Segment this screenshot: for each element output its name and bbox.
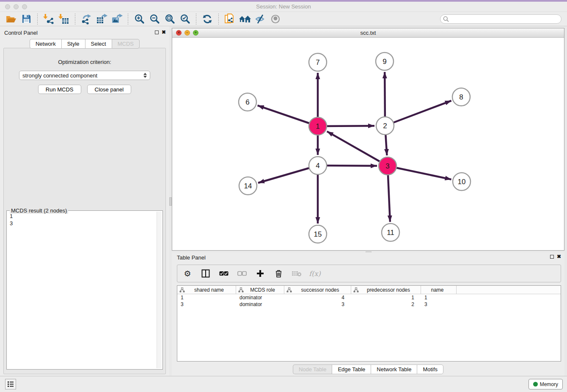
zoom-in-icon <box>134 14 145 24</box>
tab-network-table[interactable]: Network Table <box>371 364 417 374</box>
network-canvas[interactable]: 7968124310141511 <box>172 38 564 250</box>
tab-edge-table[interactable]: Edge Table <box>332 364 371 374</box>
unchecked-boxes-icon <box>237 271 247 276</box>
save-icon <box>22 14 31 24</box>
graph-node-label: 10 <box>458 178 466 186</box>
columns-icon <box>201 269 210 278</box>
zoom-window-button[interactable] <box>22 4 27 9</box>
minimize-window-button[interactable] <box>14 4 19 9</box>
export-network-button[interactable] <box>79 13 94 25</box>
search-input[interactable] <box>440 14 561 24</box>
table-row[interactable]: 3dominator323 <box>177 301 561 308</box>
column-header-predecessor-nodes[interactable]: predecessor nodes <box>351 286 421 294</box>
control-panel-tabs: NetworkStyleSelectMCDS <box>0 39 169 49</box>
import-network-button[interactable] <box>41 13 56 25</box>
table-cell: 1 <box>177 294 236 301</box>
create-column-button[interactable] <box>255 268 265 279</box>
table-cell: 4 <box>284 294 351 301</box>
tab-select[interactable]: Select <box>85 39 112 49</box>
close-panel-icon[interactable]: ✖ <box>162 30 166 35</box>
import-table-button[interactable] <box>56 13 72 25</box>
network-maximize-button[interactable]: + <box>193 30 198 36</box>
save-session-button[interactable] <box>19 13 34 25</box>
export-table-icon <box>96 14 107 25</box>
column-header-successor-nodes[interactable]: successor nodes <box>284 286 351 294</box>
graph-edge-3-10[interactable] <box>388 166 451 179</box>
control-panel: Control Panel ✖ NetworkStyleSelectMCDS O… <box>0 26 169 376</box>
search-field-wrap <box>440 14 561 24</box>
network-close-button[interactable]: ✕ <box>176 30 182 36</box>
show-graphics-details-button[interactable] <box>268 13 283 25</box>
run-mcds-button[interactable]: Run MCDS <box>38 85 81 94</box>
first-neighbors-button[interactable] <box>237 13 253 25</box>
zoom-fit-button[interactable] <box>162 13 177 25</box>
deselect-all-button[interactable] <box>237 268 247 279</box>
function-builder-button[interactable]: f(x) <box>310 268 320 279</box>
import-table-icon <box>58 14 69 25</box>
window-title: Session: New Session <box>0 2 567 12</box>
optimization-criterion-select[interactable]: strongly connected component <box>19 71 150 80</box>
table-settings-button[interactable]: ⚙ <box>182 268 193 279</box>
close-table-panel-icon[interactable]: ✖ <box>557 254 561 259</box>
table-toolbar: ⚙ <box>177 265 561 282</box>
zoom-selected-button[interactable] <box>177 13 193 25</box>
zoom-selected-icon <box>180 14 190 24</box>
tab-style[interactable]: Style <box>61 39 85 49</box>
toolbar-separator <box>37 14 38 25</box>
memory-button[interactable]: Memory <box>528 379 563 389</box>
apply-layout-button[interactable] <box>200 13 215 25</box>
duplicate-network-icon <box>224 13 235 25</box>
duplicate-network-button[interactable] <box>222 13 237 25</box>
network-window-titlebar[interactable]: ✕ − + scc.txt <box>172 28 564 38</box>
column-header-name[interactable]: name <box>421 286 457 294</box>
task-history-button[interactable] <box>5 379 16 389</box>
graph-node-label: 11 <box>387 229 394 237</box>
tab-mcds[interactable]: MCDS <box>112 39 140 49</box>
mcds-result-list[interactable]: 1 3 <box>8 212 156 368</box>
table-cell: 1 <box>421 294 457 301</box>
toolbar-separator <box>75 14 75 25</box>
select-all-button[interactable] <box>219 268 229 279</box>
column-header-mcds-role[interactable]: MCDS role <box>236 286 284 294</box>
search-icon <box>443 16 449 22</box>
float-panel-icon[interactable] <box>155 30 159 34</box>
zoom-out-button[interactable] <box>147 13 162 25</box>
graph-node-label: 15 <box>314 230 322 238</box>
main-toolbar <box>0 12 567 26</box>
table-cell: 3 <box>421 301 457 308</box>
column-header-shared-name[interactable]: shared name <box>177 286 236 294</box>
show-columns-button[interactable] <box>201 268 211 279</box>
graph-edge-3-1[interactable] <box>327 131 388 166</box>
tab-motifs[interactable]: Motifs <box>417 364 443 374</box>
delete-table-button[interactable] <box>292 268 302 279</box>
table-row[interactable]: 1dominator411 <box>177 294 561 301</box>
table-cell: dominator <box>236 301 284 308</box>
memory-label: Memory <box>540 381 558 387</box>
graph-edge-1-6[interactable] <box>258 105 318 126</box>
close-panel-button[interactable]: Close panel <box>87 85 132 94</box>
graph-node-label: 4 <box>316 162 319 170</box>
refresh-icon <box>202 14 212 24</box>
delete-table-icon <box>292 270 302 277</box>
zoom-in-button[interactable] <box>132 13 147 25</box>
export-image-button[interactable] <box>109 13 124 25</box>
mcds-panel: Optimization criterion: strongly connect… <box>3 48 166 374</box>
hide-graphics-details-button[interactable] <box>253 13 268 25</box>
close-window-button[interactable] <box>5 4 10 9</box>
toolbar-separator <box>196 14 196 25</box>
tab-node-table[interactable]: Node Table <box>293 364 332 374</box>
toolbar-separator <box>128 14 128 25</box>
float-table-panel-icon[interactable] <box>550 255 554 259</box>
table-panel-title: Table Panel <box>177 254 206 261</box>
delete-column-button[interactable] <box>273 268 284 279</box>
network-minimize-button[interactable]: − <box>184 30 190 36</box>
graph-edge-2-8[interactable] <box>385 101 451 126</box>
tab-network[interactable]: Network <box>30 39 61 49</box>
status-bar: Memory <box>0 376 567 392</box>
zoom-fit-icon <box>165 14 175 24</box>
export-table-button[interactable] <box>94 13 109 25</box>
table-cell: dominator <box>236 294 284 301</box>
open-session-button[interactable] <box>3 13 19 25</box>
result-scrollbar[interactable] <box>157 212 162 368</box>
gear-icon: ⚙ <box>184 269 191 278</box>
